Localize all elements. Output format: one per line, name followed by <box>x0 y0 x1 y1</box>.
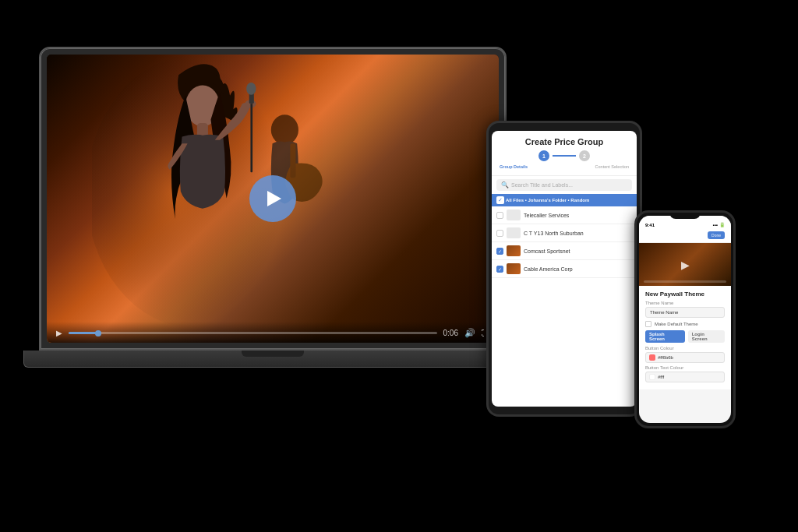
button-colour-swatch <box>649 354 655 361</box>
breadcrumb-check[interactable]: ✓ <box>496 196 504 204</box>
file-name-3: Comcast Sportsnet <box>524 248 632 254</box>
button-text-colour-label: Button Text Colour <box>645 365 725 370</box>
time-display: 0:06 <box>443 329 458 337</box>
step-indicator: 1 2 <box>495 147 634 164</box>
phone-screen: 9:41 ▪▪▪ 🔋 Done New Paywall Theme Theme … <box>639 216 731 423</box>
volume-icon[interactable]: 🔊 <box>464 328 475 338</box>
svg-rect-6 <box>250 104 252 172</box>
default-theme-row: Make Default Theme <box>645 321 725 327</box>
tablet-device: Create Price Group 1 2 Group Details Con… <box>486 121 642 417</box>
laptop-notch <box>242 351 304 357</box>
default-theme-label: Make Default Theme <box>655 322 698 326</box>
laptop-body: ▶ 0:06 🔊 ⛶ <box>39 47 507 351</box>
tablet-screen: Create Price Group 1 2 Group Details Con… <box>492 131 637 407</box>
laptop-device: ▶ 0:06 🔊 ⛶ <box>39 47 522 452</box>
tab-login-screen[interactable]: Login Screen <box>688 330 725 343</box>
step-line <box>553 155 576 157</box>
phone-notch <box>669 213 701 219</box>
step-2: 2 <box>579 150 590 161</box>
button-colour-field[interactable]: #ff6b6b <box>645 352 725 363</box>
status-time: 9:41 <box>645 223 655 227</box>
breadcrumb-text: All Files • Johanna's Folder • Random <box>506 198 589 203</box>
default-theme-checkbox[interactable] <box>645 321 651 327</box>
done-button[interactable]: Done <box>708 231 725 239</box>
file-name-4: Cable America Corp <box>524 266 632 272</box>
file-item[interactable]: Telecaller Services <box>492 206 637 224</box>
file-checkbox-4[interactable] <box>496 266 503 273</box>
singer-figure <box>92 55 341 329</box>
status-icons: ▪▪▪ 🔋 <box>713 222 725 227</box>
file-checkbox-3[interactable] <box>496 248 503 255</box>
search-bar[interactable]: 🔍 Search Title and Labels... <box>496 179 632 191</box>
phone-content: New Paywall Theme Theme Name Theme Name … <box>639 286 731 389</box>
button-colour-label: Button Colour <box>645 346 725 351</box>
step-labels: Group Details Content Selection <box>495 164 634 172</box>
progress-bar[interactable] <box>69 332 437 334</box>
phone-section-title: New Paywall Theme <box>645 291 725 298</box>
battery-icon: 🔋 <box>719 222 725 227</box>
tablet-header: Create Price Group 1 2 Group Details Con… <box>492 131 637 176</box>
phone-video-progress <box>644 280 726 283</box>
laptop-screen: ▶ 0:06 🔊 ⛶ <box>47 55 499 343</box>
file-item[interactable]: Comcast Sportsnet <box>492 242 637 260</box>
button-text-colour-field[interactable]: #fff <box>645 372 725 382</box>
file-icon-1 <box>507 210 521 220</box>
svg-rect-8 <box>290 143 295 178</box>
play-icon[interactable]: ▶ <box>56 329 62 337</box>
theme-name-input[interactable]: Theme Name <box>645 307 725 318</box>
file-icon-2 <box>507 227 521 238</box>
file-icon-3 <box>507 245 521 256</box>
video-player[interactable]: ▶ 0:06 🔊 ⛶ <box>47 55 499 343</box>
tablet-title: Create Price Group <box>495 137 634 147</box>
step-2-label: Content Selection <box>595 164 629 169</box>
phone-header-bar: Done <box>639 230 731 243</box>
file-checkbox-2[interactable] <box>496 230 503 237</box>
file-item[interactable]: Cable America Corp <box>492 260 637 278</box>
signal-icon: ▪▪▪ <box>713 223 718 227</box>
button-text-colour-value: #fff <box>658 375 664 379</box>
file-icon-4 <box>507 263 521 274</box>
file-item[interactable]: C T Y13 North Suburban <box>492 224 637 242</box>
tablet-content: Create Price Group 1 2 Group Details Con… <box>492 131 637 407</box>
file-name-2: C T Y13 North Suburban <box>524 231 632 236</box>
play-button[interactable] <box>249 175 296 222</box>
step-1: 1 <box>538 150 549 161</box>
phone-video-thumbnail <box>639 243 731 286</box>
theme-name-label: Theme Name <box>645 301 725 305</box>
step-1-label: Group Details <box>500 164 528 169</box>
breadcrumb-bar: ✓ All Files • Johanna's Folder • Random <box>492 194 637 206</box>
button-text-colour-swatch <box>649 374 655 380</box>
phone-device: 9:41 ▪▪▪ 🔋 Done New Paywall Theme Theme … <box>634 210 736 428</box>
search-placeholder: Search Title and Labels... <box>511 182 573 188</box>
progress-fill <box>69 332 98 334</box>
laptop-base <box>23 351 522 368</box>
button-colour-value: #ff6b6b <box>658 355 673 360</box>
file-name-1: Telecaller Services <box>524 213 632 218</box>
search-icon: 🔍 <box>501 181 509 188</box>
svg-point-7 <box>271 115 298 145</box>
main-scene: ▶ 0:06 🔊 ⛶ <box>0 0 798 532</box>
svg-point-5 <box>246 83 256 95</box>
file-checkbox-1[interactable] <box>496 212 503 219</box>
tab-splash-screen[interactable]: Splash Screen <box>645 330 685 343</box>
phone-tab-row: Splash Screen Login Screen <box>645 330 725 343</box>
progress-dot <box>95 330 101 336</box>
video-controls: ▶ 0:06 🔊 ⛶ <box>47 322 499 343</box>
file-list: Telecaller Services C T Y13 North Suburb… <box>492 206 637 407</box>
